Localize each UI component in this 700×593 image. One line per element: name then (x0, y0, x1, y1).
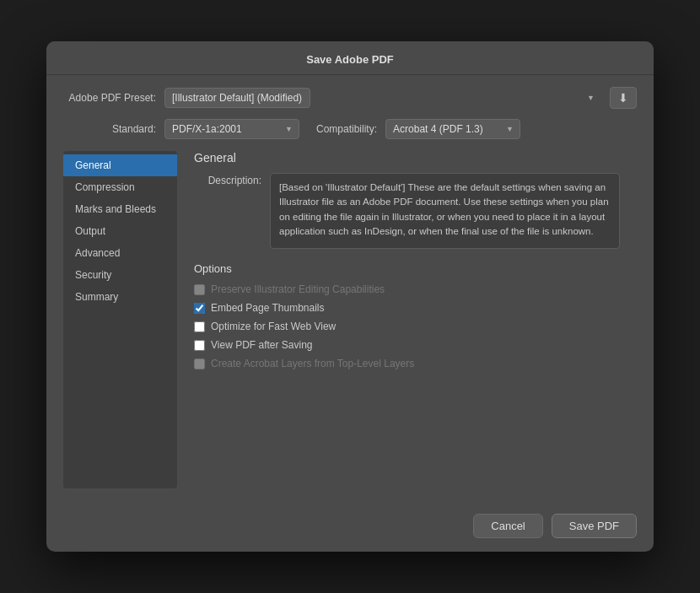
option-view-label: View PDF after Saving (194, 339, 313, 351)
option-optimize-label: Optimize for Fast Web View (194, 321, 336, 332)
compat-select[interactable]: Acrobat 4 (PDF 1.3)Acrobat 5 (PDF 1.4)Ac… (385, 119, 520, 139)
option-optimize-checkbox[interactable] (194, 321, 205, 332)
option-view-checkbox[interactable] (194, 340, 205, 351)
sidebar-item-compression[interactable]: Compression (63, 176, 177, 198)
preset-select[interactable]: [Illustrator Default] (Modified)[Illustr… (164, 88, 310, 108)
save-pdf-dialog: Save Adobe PDF Adobe PDF Preset: [Illust… (46, 41, 654, 552)
sidebar-item-security[interactable]: Security (63, 264, 177, 286)
standard-select-wrapper: PDF/X-1a:2001PDF/X-3:2002PDF/X-4:2008Non… (164, 119, 299, 139)
preset-row: Adobe PDF Preset: [Illustrator Default] … (63, 87, 637, 109)
standard-select[interactable]: PDF/X-1a:2001PDF/X-3:2002PDF/X-4:2008Non… (164, 119, 299, 139)
description-row: Description: [Based on 'Illustrator Defa… (194, 173, 620, 249)
standard-row: Standard: PDF/X-1a:2001PDF/X-3:2002PDF/X… (63, 119, 637, 139)
dialog-title: Save Adobe PDF (46, 41, 654, 75)
option-layers: Create Acrobat Layers from Top-Level Lay… (194, 358, 620, 369)
option-embed-text: Embed Page Thumbnails (211, 302, 325, 314)
save-pdf-button[interactable]: Save PDF (552, 514, 637, 538)
sidebar-item-advanced[interactable]: Advanced (63, 242, 177, 264)
preset-select-wrapper: [Illustrator Default] (Modified)[Illustr… (164, 88, 601, 108)
option-embed-label: Embed Page Thumbnails (194, 302, 325, 314)
option-embed: Embed Page Thumbnails (194, 302, 620, 314)
compat-select-wrapper: Acrobat 4 (PDF 1.3)Acrobat 5 (PDF 1.4)Ac… (385, 119, 520, 139)
option-optimize: Optimize for Fast Web View (194, 321, 620, 332)
option-preserve-label: Preserve Illustrator Editing Capabilitie… (194, 283, 385, 295)
content-area: General Description: [Based on 'Illustra… (177, 151, 637, 488)
download-button[interactable]: ⬇ (610, 87, 637, 109)
main-area: GeneralCompressionMarks and BleedsOutput… (63, 151, 637, 488)
option-view: View PDF after Saving (194, 339, 620, 351)
option-layers-text: Create Acrobat Layers from Top-Level Lay… (211, 358, 414, 369)
options-section: Options Preserve Illustrator Editing Cap… (194, 262, 620, 369)
standard-label: Standard: (63, 123, 156, 135)
description-label: Description: (194, 173, 261, 249)
option-preserve: Preserve Illustrator Editing Capabilitie… (194, 283, 620, 295)
option-preserve-checkbox[interactable] (194, 284, 205, 295)
preset-label: Adobe PDF Preset: (63, 92, 156, 104)
download-icon: ⬇ (618, 91, 628, 105)
option-view-text: View PDF after Saving (211, 339, 313, 351)
sidebar-item-summary[interactable]: Summary (63, 286, 177, 308)
option-optimize-text: Optimize for Fast Web View (211, 321, 336, 332)
options-heading: Options (194, 262, 620, 275)
section-heading: General (194, 151, 620, 164)
cancel-button[interactable]: Cancel (473, 514, 542, 538)
compat-label: Compatibility: (316, 123, 377, 135)
description-box: [Based on 'Illustrator Default'] These a… (270, 173, 620, 249)
option-preserve-text: Preserve Illustrator Editing Capabilitie… (211, 283, 385, 295)
sidebar: GeneralCompressionMarks and BleedsOutput… (63, 151, 177, 488)
dialog-footer: Cancel Save PDF (46, 500, 654, 552)
sidebar-item-general[interactable]: General (63, 154, 177, 176)
sidebar-item-output[interactable]: Output (63, 220, 177, 242)
sidebar-item-marks-and-bleeds[interactable]: Marks and Bleeds (63, 198, 177, 220)
option-layers-label: Create Acrobat Layers from Top-Level Lay… (194, 358, 414, 369)
option-embed-checkbox[interactable] (194, 303, 205, 314)
option-layers-checkbox[interactable] (194, 358, 205, 369)
